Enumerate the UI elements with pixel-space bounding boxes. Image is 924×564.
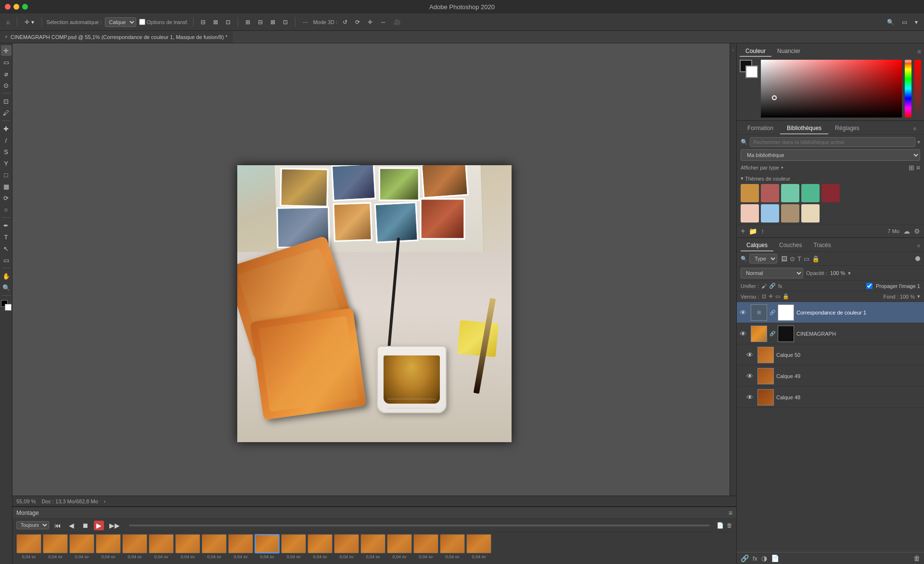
timeline-frame-13[interactable]: 0,04 sv <box>334 534 359 559</box>
unify-brush-icon[interactable]: 🖌 <box>761 283 767 289</box>
unify-link-icon[interactable]: 🔗 <box>769 283 776 289</box>
layer-item-50[interactable]: 👁 Calque 50 <box>737 344 924 366</box>
calques-tab[interactable]: Calques <box>741 240 773 251</box>
add-frame-button[interactable]: 📄 <box>717 522 724 529</box>
blur-tool[interactable]: ⟳ <box>1 193 12 203</box>
formation-tab[interactable]: Formation <box>741 123 780 134</box>
reglages-tab[interactable]: Réglages <box>828 123 866 134</box>
3d-rotate-button[interactable]: ↺ <box>340 18 350 26</box>
eye-icon-cinemagraph[interactable]: 👁 <box>740 330 748 338</box>
close-button[interactable] <box>5 4 11 10</box>
play-button[interactable]: ▶ <box>94 521 104 530</box>
zoom-tool[interactable]: 🔍 <box>1 282 12 293</box>
upload-button[interactable]: ↑ <box>761 227 764 235</box>
marquee-tool[interactable]: ▭ <box>1 57 12 67</box>
settings-button[interactable]: ⚙ <box>914 227 920 235</box>
timeline-scrubber[interactable] <box>129 525 710 526</box>
align-center-v-button[interactable]: ⊟ <box>256 18 265 26</box>
adjustment-layer-button[interactable]: ◑ <box>761 554 767 562</box>
3d-camera-button[interactable]: 🎥 <box>391 18 403 26</box>
link-layers-button[interactable]: 🔗 <box>741 554 749 562</box>
timeline-menu-button[interactable]: ≡ <box>729 509 732 517</box>
eye-icon-correspondance[interactable]: 👁 <box>740 309 748 316</box>
minimize-button[interactable] <box>13 4 19 10</box>
layer-item-correspondance[interactable]: 👁 ⊞ 🔗 Correspondance de couleur 1 <box>737 302 924 323</box>
blend-mode-select[interactable]: Normal <box>741 268 803 278</box>
workspace-button[interactable]: ▭ <box>899 18 910 26</box>
stop-button[interactable]: ⏹ <box>79 521 91 530</box>
filter-shape-icon[interactable]: ▭ <box>804 255 809 262</box>
3d-roll-button[interactable]: ⟳ <box>353 18 362 26</box>
lock-all-icon[interactable]: 🔒 <box>783 293 789 300</box>
timeline-frame-4[interactable]: 0,04 sv <box>96 534 121 559</box>
more-options-button[interactable]: ··· <box>300 18 310 26</box>
hue-slider[interactable] <box>905 60 911 118</box>
color-swatch-9[interactable] <box>801 204 820 223</box>
filter-type-select[interactable]: Type <box>749 254 777 263</box>
filter-text-icon[interactable]: T <box>797 255 801 262</box>
workspace-arrow-button[interactable]: ▾ <box>912 18 920 26</box>
grid-view-button[interactable]: ⊞ <box>909 164 914 171</box>
propagate-checkbox[interactable] <box>866 283 873 289</box>
pen-tool[interactable]: ✒ <box>1 220 12 231</box>
fx-button[interactable]: fx <box>753 555 757 562</box>
hand-tool[interactable]: ✋ <box>1 271 12 281</box>
maximize-button[interactable] <box>22 4 28 10</box>
home-button[interactable]: ⌂ <box>4 18 12 26</box>
3d-slide-button[interactable]: ↔ <box>378 18 388 26</box>
color-swatch-2[interactable] <box>761 184 779 202</box>
align-right-button[interactable]: ⊡ <box>223 18 233 26</box>
eye-icon-49[interactable]: 👁 <box>746 372 755 380</box>
color-swatch-4[interactable] <box>801 184 820 202</box>
timeline-frame-5[interactable]: 0,04 sv <box>122 534 147 559</box>
add-item-button[interactable]: + <box>741 227 745 236</box>
timeline-frame-10[interactable]: 0,04 sv <box>255 534 280 559</box>
align-left-button[interactable]: ⊟ <box>198 18 208 26</box>
document-tab[interactable]: × CINEMAGRAPH COMP.psd @ 55,1% (Correspo… <box>0 31 232 43</box>
library-select[interactable]: Ma bibliothèque <box>741 149 920 161</box>
couches-tab[interactable]: Couches <box>773 240 808 251</box>
list-view-button[interactable]: ≡ <box>916 164 920 171</box>
next-frame-button[interactable]: ▶▶ <box>107 521 122 530</box>
healing-tool[interactable]: ✚ <box>1 123 12 134</box>
library-search-input[interactable] <box>750 137 915 147</box>
delete-layer-button[interactable]: 🗑 <box>913 554 920 562</box>
eraser-tool[interactable]: □ <box>1 170 12 180</box>
alpha-slider[interactable] <box>914 60 921 118</box>
distribute-h-button[interactable]: ⊡ <box>281 18 290 26</box>
timeline-frame-2[interactable]: 0,04 sv <box>43 534 68 559</box>
layer-item-cinemagraph[interactable]: 👁 🔗 CINEMAGRAPH <box>737 323 924 344</box>
filter-pixel-icon[interactable]: 🖼 <box>781 255 787 262</box>
path-select-tool[interactable]: ↖ <box>1 243 12 254</box>
timeline-frame-8[interactable]: 0,04 sv <box>202 534 227 559</box>
color-gradient-picker[interactable] <box>761 60 902 118</box>
layers-menu-button[interactable]: ≡ <box>917 243 920 249</box>
color-panel-menu[interactable]: ≡ <box>917 46 921 57</box>
close-tab-icon[interactable]: × <box>5 34 8 39</box>
quick-select-tool[interactable]: ⊙ <box>1 80 12 91</box>
fill-arrow[interactable]: ▾ <box>917 293 920 300</box>
loop-select[interactable]: Toujours <box>16 521 49 529</box>
search-dropdown-icon[interactable]: ▾ <box>917 139 920 145</box>
background-color[interactable] <box>5 304 12 311</box>
align-center-h-button[interactable]: ⊠ <box>211 18 220 26</box>
timeline-frame-7[interactable]: 0,04 sv <box>175 534 200 559</box>
lasso-tool[interactable]: ⌀ <box>1 68 12 79</box>
color-swatch-6[interactable] <box>741 204 759 223</box>
shape-tool[interactable]: ▭ <box>1 255 12 265</box>
timeline-frame-14[interactable]: 0,04 sv <box>360 534 385 559</box>
dodge-tool[interactable]: ○ <box>1 204 12 215</box>
layer-item-49[interactable]: 👁 Calque 49 <box>737 366 924 387</box>
library-menu-button[interactable]: ≡ <box>910 124 920 133</box>
align-top-button[interactable]: ⊞ <box>243 18 253 26</box>
filter-smart-icon[interactable]: 🔒 <box>812 255 820 262</box>
timeline-frame-15[interactable]: 0,04 sv <box>387 534 412 559</box>
color-swatch-3[interactable] <box>781 184 799 202</box>
timeline-frame-3[interactable]: 0,04 sv <box>69 534 94 559</box>
move-tool[interactable]: ✛ <box>1 45 12 56</box>
eye-icon-48[interactable]: 👁 <box>746 393 755 401</box>
canvas-area[interactable]: ‹ <box>13 43 736 564</box>
move-tool-button[interactable]: ✛ ▾ <box>22 18 36 26</box>
search-button[interactable]: 🔍 <box>885 18 897 26</box>
timeline-frame-6[interactable]: 0,04 sv <box>149 534 174 559</box>
